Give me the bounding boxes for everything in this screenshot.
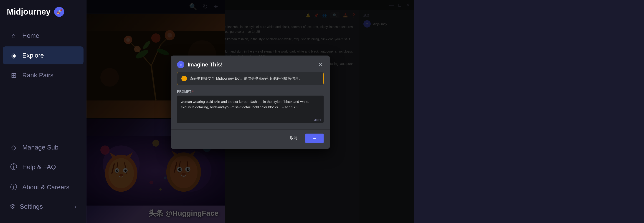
sidebar-item-label: Manage Sub (22, 144, 58, 151)
svg-text:M: M (180, 64, 182, 66)
logo-icon: 🚀 (54, 7, 64, 17)
sidebar-item-label: Home (22, 32, 39, 39)
sidebar-item-label: Rank Pairs (22, 72, 54, 79)
imagine-modal: M Imagine This! ✕ ! 该表单将提交至 Midjourney B… (171, 56, 330, 149)
modal-footer: 取消 ··· (171, 129, 330, 149)
discord-window: Discord — □ ✕ M T Toni (86, 0, 414, 223)
prompt-textarea[interactable]: woman wearing plaid skirt and top set ko… (177, 96, 324, 123)
modal-body: PROMPT * woman wearing plaid skirt and t… (171, 90, 330, 129)
modal-title-area: M Imagine This! (177, 61, 223, 68)
modal-close-button[interactable]: ✕ (317, 62, 324, 68)
warning-text: 该表单将提交至 Midjourney Bot。请勿分享密码和其他任何敏感信息。 (190, 76, 302, 81)
modal-app-icon: M (177, 61, 184, 68)
char-count: 3834 (314, 118, 321, 122)
sidebar-item-home[interactable]: ⌂ Home (3, 27, 84, 44)
sidebar-item-label: About & Careers (22, 184, 70, 191)
sidebar-item-label: Explore (22, 52, 44, 59)
submit-button[interactable]: ··· (306, 134, 324, 143)
sidebar: Midjourney 🚀 ⌂ Home ◈ Explore ⊞ Rank Pai… (0, 0, 86, 223)
nav-divider (7, 90, 80, 90)
sidebar-item-label: Help & FAQ (22, 164, 56, 171)
sidebar-item-help-faq[interactable]: ⓘ Help & FAQ (3, 157, 84, 176)
sidebar-item-rank-pairs[interactable]: ⊞ Rank Pairs (3, 66, 84, 84)
required-star: * (192, 90, 194, 93)
nav-bottom: ◇ Manage Sub ⓘ Help & FAQ ⓘ About & Care… (0, 138, 86, 216)
prompt-textarea-wrapper: woman wearing plaid skirt and top set ko… (177, 96, 324, 124)
sidebar-logo: Midjourney 🚀 (0, 7, 86, 26)
explore-icon: ◈ (10, 52, 18, 60)
chevron-right-icon: › (75, 203, 77, 210)
modal-warning: ! 该表单将提交至 Midjourney Bot。请勿分享密码和其他任何敏感信息… (177, 72, 324, 85)
cancel-button[interactable]: 取消 (285, 133, 302, 143)
about-icon: ⓘ (10, 182, 18, 192)
sidebar-item-explore[interactable]: ◈ Explore (3, 46, 84, 64)
sidebar-item-settings[interactable]: ⚙ Settings › (3, 198, 84, 215)
modal-title: Imagine This! (188, 62, 223, 68)
sidebar-item-manage-sub[interactable]: ◇ Manage Sub (3, 138, 84, 156)
warning-icon: ! (181, 76, 187, 81)
prompt-label: PROMPT * (177, 90, 324, 93)
rank-icon: ⊞ (10, 71, 18, 79)
main-area: Discord — □ ✕ M T Toni (86, 0, 644, 223)
manage-sub-icon: ◇ (10, 143, 18, 151)
help-icon: ⓘ (10, 162, 18, 172)
home-icon: ⌂ (10, 32, 18, 40)
settings-left: ⚙ Settings (10, 203, 43, 210)
settings-icon: ⚙ (10, 203, 15, 210)
sidebar-item-about-careers[interactable]: ⓘ About & Careers (3, 178, 84, 197)
logo-text: Midjourney (7, 7, 50, 16)
sidebar-item-label: Settings (20, 203, 43, 210)
modal-header: M Imagine This! ✕ (171, 56, 330, 72)
